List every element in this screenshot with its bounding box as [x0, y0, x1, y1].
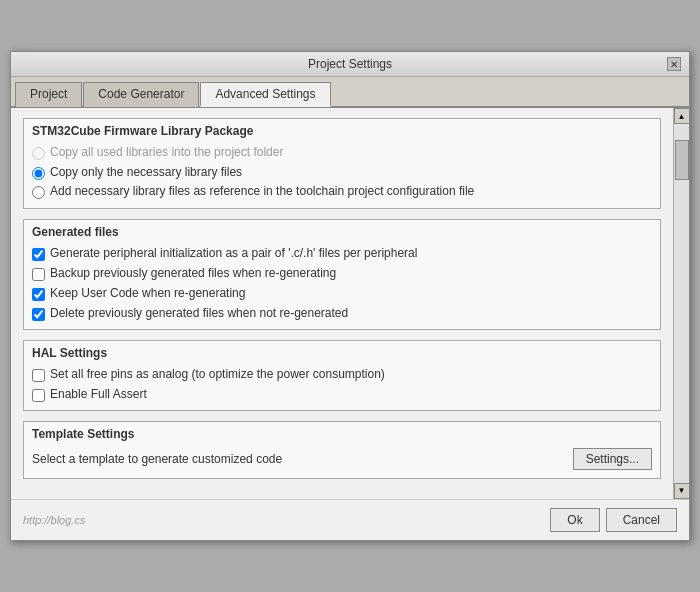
footer: http://blog.cs Ok Cancel: [11, 499, 689, 540]
template-row: Select a template to generate customized…: [24, 444, 660, 478]
tab-code-generator[interactable]: Code Generator: [83, 82, 199, 107]
checkbox-h2[interactable]: [32, 389, 45, 402]
radio-item-2[interactable]: Copy only the necessary library files: [32, 165, 652, 181]
checkbox-item-h1[interactable]: Set all free pins as analog (to optimize…: [32, 367, 652, 382]
firmware-section-body: Copy all used libraries into the project…: [24, 141, 660, 208]
radio-r3[interactable]: [32, 186, 45, 199]
radio-item-1[interactable]: Copy all used libraries into the project…: [32, 145, 652, 161]
template-settings-section: Template Settings Select a template to g…: [23, 421, 661, 479]
cancel-button[interactable]: Cancel: [606, 508, 677, 532]
checkbox-item-c3[interactable]: Keep User Code when re-generating: [32, 286, 652, 301]
watermark: http://blog.cs: [23, 514, 85, 526]
checkbox-item-h2[interactable]: Enable Full Assert: [32, 387, 652, 402]
checkbox-c1[interactable]: [32, 248, 45, 261]
scrollbar-thumb[interactable]: [675, 140, 689, 180]
checkbox-item-c4[interactable]: Delete previously generated files when n…: [32, 306, 652, 321]
firmware-section-title: STM32Cube Firmware Library Package: [24, 119, 660, 141]
generated-files-title: Generated files: [24, 220, 660, 242]
ok-button[interactable]: Ok: [550, 508, 599, 532]
hal-settings-section: HAL Settings Set all free pins as analog…: [23, 340, 661, 411]
checkbox-label-h2: Enable Full Assert: [50, 387, 147, 401]
checkbox-label-c3: Keep User Code when re-generating: [50, 286, 245, 300]
scroll-up-arrow[interactable]: ▲: [674, 108, 690, 124]
checkbox-item-c2[interactable]: Backup previously generated files when r…: [32, 266, 652, 281]
tab-project[interactable]: Project: [15, 82, 82, 107]
radio-label-1: Copy all used libraries into the project…: [50, 145, 283, 161]
checkbox-c4[interactable]: [32, 308, 45, 321]
tab-bar: Project Code Generator Advanced Settings: [11, 77, 689, 108]
scrollbar[interactable]: ▲ ▼: [673, 108, 689, 499]
checkbox-label-h1: Set all free pins as analog (to optimize…: [50, 367, 385, 381]
checkbox-h1[interactable]: [32, 369, 45, 382]
title-bar: Project Settings ✕: [11, 52, 689, 77]
radio-r2[interactable]: [32, 167, 45, 180]
template-settings-title: Template Settings: [24, 422, 660, 444]
checkbox-label-c1: Generate peripheral initialization as a …: [50, 246, 417, 260]
scroll-down-arrow[interactable]: ▼: [674, 483, 690, 499]
generated-files-checkboxes: Generate peripheral initialization as a …: [32, 246, 652, 321]
checkbox-item-c1[interactable]: Generate peripheral initialization as a …: [32, 246, 652, 261]
generated-files-section: Generated files Generate peripheral init…: [23, 219, 661, 330]
generated-files-body: Generate peripheral initialization as a …: [24, 242, 660, 329]
main-content: STM32Cube Firmware Library Package Copy …: [11, 108, 673, 499]
main-window: Project Settings ✕ Project Code Generato…: [10, 51, 690, 541]
radio-label-2: Copy only the necessary library files: [50, 165, 242, 181]
tab-advanced-settings[interactable]: Advanced Settings: [200, 82, 330, 107]
firmware-section: STM32Cube Firmware Library Package Copy …: [23, 118, 661, 209]
close-button[interactable]: ✕: [667, 57, 681, 71]
checkbox-c2[interactable]: [32, 268, 45, 281]
content-body: STM32Cube Firmware Library Package Copy …: [11, 108, 673, 499]
template-description: Select a template to generate customized…: [32, 452, 282, 466]
radio-r1[interactable]: [32, 147, 45, 160]
checkbox-label-c4: Delete previously generated files when n…: [50, 306, 348, 320]
hal-checkboxes: Set all free pins as analog (to optimize…: [32, 367, 652, 402]
checkbox-label-c2: Backup previously generated files when r…: [50, 266, 336, 280]
checkbox-c3[interactable]: [32, 288, 45, 301]
hal-settings-title: HAL Settings: [24, 341, 660, 363]
settings-button[interactable]: Settings...: [573, 448, 652, 470]
firmware-radio-group: Copy all used libraries into the project…: [32, 145, 652, 200]
radio-label-3: Add necessary library files as reference…: [50, 184, 474, 200]
radio-item-3[interactable]: Add necessary library files as reference…: [32, 184, 652, 200]
hal-settings-body: Set all free pins as analog (to optimize…: [24, 363, 660, 410]
window-title: Project Settings: [33, 57, 667, 71]
content-area: STM32Cube Firmware Library Package Copy …: [11, 108, 689, 499]
